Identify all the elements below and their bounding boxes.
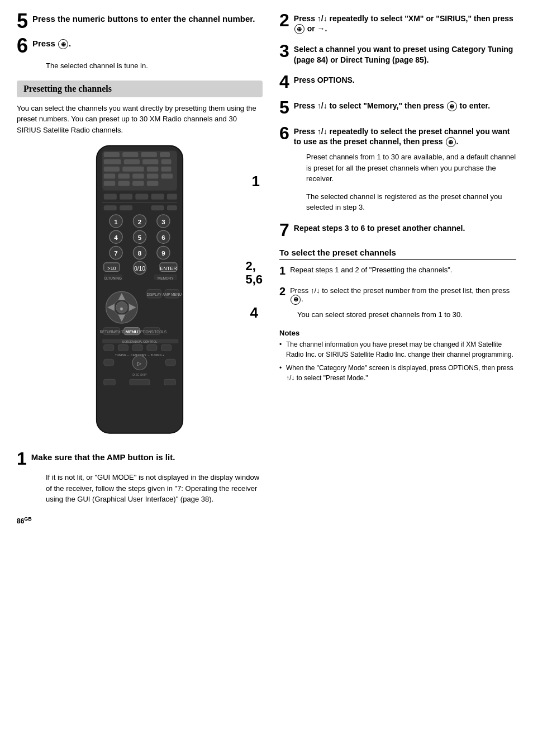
note-item-1: The channel information you have preset … (279, 339, 516, 360)
svg-rect-19 (104, 181, 116, 186)
right-step-6: 6 Press ↑/↓ repeatedly to select the pre… (279, 124, 516, 213)
svg-rect-26 (135, 194, 148, 200)
svg-rect-31 (120, 205, 132, 210)
step-6-left-detail: The selected channel is tune in. (46, 60, 263, 72)
svg-rect-22 (147, 181, 159, 186)
svg-text:DISPLAY: DISPLAY (146, 292, 161, 296)
svg-text:DISC SKIP: DISC SKIP (132, 373, 147, 376)
right-step-2-text: Press ↑/↓ repeatedly to select "XM" or "… (294, 11, 516, 34)
enter-circle-s6: ⊕ (446, 137, 456, 147)
svg-rect-82 (104, 345, 114, 351)
step-number-6-left: 6 (17, 36, 28, 56)
right-step-5: 5 Press ↑/↓ to select "Memory," then pre… (279, 98, 516, 116)
svg-rect-7 (124, 159, 140, 164)
svg-text:▷: ▷ (138, 361, 142, 366)
subsection-title: To select the preset channels (279, 248, 516, 260)
svg-rect-93 (104, 379, 116, 385)
svg-rect-86 (161, 345, 172, 351)
right-step-5-text: Press ↑/↓ to select "Memory," then press… (294, 98, 490, 111)
svg-rect-16 (132, 174, 144, 179)
svg-text:OPTIONS/TOOLS: OPTIONS/TOOLS (137, 330, 166, 334)
right-step-6-text: Press ↑/↓ repeatedly to select the prese… (294, 124, 516, 147)
subsection-step-2-detail: You can select stored preset channels fr… (297, 309, 516, 320)
svg-rect-91 (165, 359, 175, 366)
callout-2-5-6: 2,5,6 (245, 259, 263, 286)
svg-text:4: 4 (114, 234, 118, 241)
svg-rect-4 (141, 152, 157, 157)
svg-text:6: 6 (161, 234, 165, 241)
svg-rect-27 (151, 194, 164, 200)
svg-rect-10 (104, 167, 120, 172)
svg-rect-13 (161, 167, 172, 172)
svg-rect-30 (104, 205, 117, 210)
svg-rect-15 (118, 174, 130, 179)
svg-rect-5 (160, 152, 170, 157)
svg-text:0/10: 0/10 (134, 266, 145, 272)
svg-rect-33 (167, 205, 177, 210)
right-step-6-detail2: The selected channel is registered as th… (306, 191, 516, 213)
right-step-6-detail1: Preset channels from 1 to 30 are availab… (306, 152, 516, 185)
svg-rect-83 (118, 345, 128, 351)
subsection-step-number-1: 1 (279, 264, 285, 277)
presetting-section-desc: You can select the channels you want dir… (17, 103, 263, 136)
svg-text:5: 5 (138, 234, 142, 241)
step-5-left: 5 Press the numeric buttons to enter the… (17, 11, 263, 31)
right-step-3: 3 Select a channel you want to preset us… (279, 42, 516, 64)
svg-rect-94 (130, 379, 150, 385)
svg-text:>10: >10 (107, 266, 116, 271)
subsection-step-1: 1 Repeat steps 1 and 2 of "Presetting th… (279, 264, 516, 277)
svg-text:AMP MENU: AMP MENU (163, 292, 182, 296)
subsection-step-1-text: Repeat steps 1 and 2 of "Presetting the … (290, 264, 452, 274)
step-number-5-left: 5 (17, 11, 28, 31)
right-step-number-6: 6 (279, 124, 289, 142)
enter-circle-s5: ⊕ (447, 101, 457, 111)
svg-text:1: 1 (114, 219, 118, 225)
step-5-left-text: Press the numeric buttons to enter the c… (32, 11, 255, 25)
enter-icon-step6: ⊕ (58, 39, 68, 49)
notes-section: Notes The channel information you have p… (279, 329, 516, 383)
svg-rect-2 (104, 152, 120, 157)
svg-rect-32 (151, 205, 164, 210)
svg-rect-88 (104, 359, 114, 366)
presetting-section-title: Presetting the channels (23, 84, 112, 93)
step-6-left-text: Press ⊕. (32, 36, 71, 49)
svg-rect-11 (122, 167, 144, 172)
enter-circle-s2: ⊕ (294, 24, 304, 34)
notes-title: Notes (279, 329, 516, 337)
svg-rect-85 (147, 345, 157, 351)
svg-rect-28 (167, 194, 177, 200)
svg-text:2: 2 (138, 219, 141, 225)
step-1-bottom: 1 Make sure that the AMP button is lit. (17, 450, 263, 467)
right-step-4: 4 Press OPTIONS. (279, 73, 516, 91)
step-1-bottom-detail: If it is not lit, or "GUI MODE" is not d… (46, 472, 263, 505)
subsection-step-2: 2 Press ↑/↓ to select the preset number … (279, 285, 516, 320)
svg-rect-3 (122, 152, 138, 157)
svg-rect-18 (161, 174, 173, 179)
svg-text:SCREEN/DSPL CONTROL: SCREEN/DSPL CONTROL (122, 340, 158, 343)
callout-4: 4 (250, 304, 258, 322)
step-number-1-bottom: 1 (17, 450, 27, 467)
svg-rect-9 (161, 159, 172, 164)
note-item-2: When the "Category Mode" screen is displ… (279, 363, 516, 383)
step-6-left: 6 Press ⊕. (17, 36, 263, 56)
right-step-number-7: 7 (279, 221, 289, 239)
svg-rect-21 (132, 181, 144, 186)
svg-text:9: 9 (161, 250, 165, 257)
svg-rect-12 (147, 167, 159, 172)
remote-svg: 1 2 3 4 5 6 7 8 9 >10 (78, 142, 201, 444)
svg-rect-14 (104, 174, 116, 179)
svg-text:MEMORY: MEMORY (158, 276, 174, 280)
right-step-2: 2 Press ↑/↓ repeatedly to select "XM" or… (279, 11, 516, 34)
svg-text:RETURN/EXIT: RETURN/EXIT (99, 330, 123, 334)
subsection-step-number-2: 2 (279, 285, 285, 298)
svg-rect-95 (164, 379, 176, 385)
svg-rect-25 (120, 194, 132, 200)
svg-text:8: 8 (138, 250, 142, 257)
svg-text:ENTER: ENTER (160, 266, 177, 271)
svg-rect-8 (142, 159, 158, 164)
enter-circle-sub2: ⊕ (291, 295, 301, 305)
svg-text:MENU: MENU (126, 329, 139, 334)
step-1-bottom-text: Make sure that the AMP button is lit. (31, 450, 175, 463)
right-step-4-text: Press OPTIONS. (294, 73, 355, 85)
subsection-step-2-text: Press ↑/↓ to select the preset number fr… (290, 285, 516, 305)
